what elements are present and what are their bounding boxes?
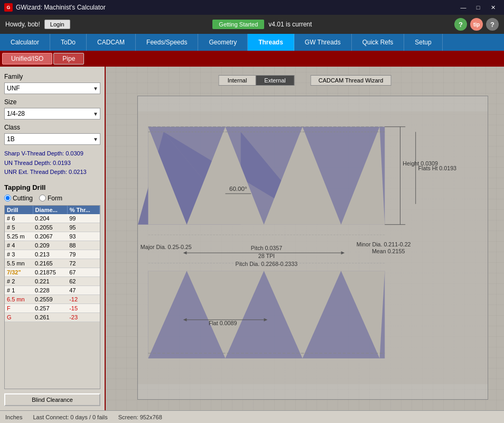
help-icon-green[interactable]: ? — [454, 18, 467, 31]
svg-text:28 TPI: 28 TPI — [258, 253, 275, 259]
drill-name: # 2 — [5, 277, 33, 286]
table-row[interactable]: G0.261-23 — [5, 312, 100, 321]
drill-name: G — [5, 312, 33, 321]
tab-threads[interactable]: Threads — [248, 34, 294, 51]
family-label: Family — [4, 73, 100, 80]
drill-pct: -12 — [67, 295, 99, 304]
internal-external-toggle: Internal External — [219, 75, 295, 86]
table-row[interactable]: # 40.20988 — [5, 241, 100, 250]
bottom-thread-profile — [148, 271, 385, 358]
external-button[interactable]: External — [256, 76, 294, 85]
drill-pct: 95 — [67, 223, 99, 232]
form-label: Form — [48, 195, 62, 202]
blind-clearance-button[interactable]: Blind Clearance — [4, 393, 100, 406]
drill-diam: 0.221 — [33, 277, 67, 286]
tapping-drill-title: Tapping Drill — [4, 183, 100, 191]
drill-diam: 0.261 — [33, 312, 67, 321]
drill-pct: -23 — [67, 312, 99, 321]
form-radio[interactable] — [39, 195, 46, 201]
thread-controls: Internal External CADCAM Thread Wizard — [219, 75, 391, 86]
size-dropdown[interactable]: 1/4-28 5/16-24 3/8-24 — [4, 108, 100, 119]
help-icon-gray[interactable]: ? — [486, 18, 499, 31]
cutting-label: Cutting — [13, 195, 33, 202]
title-bar-title: GWizard: Machinist's Calculator — [16, 4, 106, 11]
close-button[interactable]: ✕ — [486, 3, 500, 12]
cadcam-wizard-button[interactable]: CADCAM Thread Wizard — [311, 75, 391, 86]
family-dropdown-wrap: UNF UNC UNEF Metric ▼ — [4, 82, 100, 94]
title-bar-left: G GWizard: Machinist's Calculator — [4, 3, 106, 12]
thread-diagram: Height 0.0309 Flats Ht 0.0193 60.00° Pit… — [138, 96, 488, 399]
table-row[interactable]: # 10.22847 — [5, 286, 100, 295]
drill-name: # 6 — [5, 214, 33, 223]
table-row[interactable]: # 60.20499 — [5, 214, 100, 223]
tab-todo[interactable]: ToDo — [50, 34, 87, 51]
drill-pct: 79 — [67, 250, 99, 259]
tab-feeds-speeds[interactable]: Feeds/Speeds — [136, 34, 198, 51]
col-diam: Diame... — [33, 206, 67, 214]
tip-icon[interactable]: tip — [470, 18, 483, 31]
cutting-radio-label[interactable]: Cutting — [4, 195, 33, 202]
class-label: Class — [4, 124, 100, 131]
drill-diam: 0.209 — [33, 241, 67, 250]
class-dropdown-wrap: 1B 2B 3B 1A 2A 3A ▼ — [4, 133, 100, 145]
table-row[interactable]: # 20.22162 — [5, 277, 100, 286]
top-thread-profile — [148, 127, 385, 225]
cutting-radio[interactable] — [4, 195, 11, 201]
drill-pct: 93 — [67, 232, 99, 241]
menubar: Howdy, bob! Login Getting Started v4.01 … — [0, 15, 504, 34]
table-row[interactable]: 5.5 mn0.216572 — [5, 259, 100, 268]
drill-diam: 0.2067 — [33, 232, 67, 241]
drill-diam: 0.2165 — [33, 259, 67, 268]
svg-text:Pitch 0.0357: Pitch 0.0357 — [251, 245, 282, 251]
tab-gw-threads[interactable]: GW Threads — [294, 34, 352, 51]
table-row[interactable]: # 50.205595 — [5, 223, 100, 232]
tab-geometry[interactable]: Geometry — [198, 34, 248, 51]
tab-cadcam[interactable]: CADCAM — [87, 34, 136, 51]
unr-depth: UNR Ext. Thread Depth: 0.0213 — [4, 168, 100, 177]
title-bar: G GWizard: Machinist's Calculator — □ ✕ — [0, 0, 504, 15]
nav-tabs: Calculator ToDo CADCAM Feeds/Speeds Geom… — [0, 34, 504, 51]
drill-name: 5.25 m — [5, 232, 33, 241]
drill-name: # 5 — [5, 223, 33, 232]
col-drill: Drill — [5, 206, 33, 214]
family-dropdown[interactable]: UNF UNC UNEF Metric — [4, 82, 100, 94]
form-radio-label[interactable]: Form — [39, 195, 62, 202]
drill-diam: 0.257 — [33, 304, 67, 312]
subtab-unified-iso[interactable]: Unified/ISO — [2, 53, 52, 65]
internal-button[interactable]: Internal — [219, 76, 256, 85]
app-icon: G — [4, 3, 13, 12]
getting-started-button[interactable]: Getting Started — [212, 20, 264, 29]
login-button[interactable]: Login — [44, 20, 70, 29]
thread-info-block: Sharp V-Thread Depth: 0.0309 UN Thread D… — [4, 147, 100, 179]
svg-text:Flat 0.0089: Flat 0.0089 — [209, 320, 237, 326]
drill-table-wrap: Drill Diame... % Thr... # 60.20499# 50.2… — [4, 205, 100, 389]
drill-diam: 0.2055 — [33, 223, 67, 232]
table-row[interactable]: 6.5 mn0.2559-12 — [5, 295, 100, 304]
tab-quick-refs[interactable]: Quick Refs — [352, 34, 405, 51]
status-bar: Inches Last Connect: 0 days / 0 fails Sc… — [0, 410, 504, 423]
drill-name: 6.5 mn — [5, 295, 33, 304]
drill-pct: 47 — [67, 286, 99, 295]
drill-pct: -15 — [67, 304, 99, 312]
drill-diam: 0.21875 — [33, 268, 67, 277]
tab-calculator[interactable]: Calculator — [0, 34, 50, 51]
drill-pct: 67 — [67, 268, 99, 277]
subtab-pipe[interactable]: Pipe — [53, 53, 84, 65]
table-row[interactable]: 7/32"0.2187567 — [5, 268, 100, 277]
tab-setup[interactable]: Setup — [404, 34, 442, 51]
size-dropdown-wrap: 1/4-28 5/16-24 3/8-24 ▼ — [4, 108, 100, 119]
minimize-button[interactable]: — — [456, 3, 470, 12]
drill-diam: 0.2559 — [33, 295, 67, 304]
class-dropdown[interactable]: 1B 2B 3B 1A 2A 3A — [4, 133, 100, 145]
main-content: Family UNF UNC UNEF Metric ▼ Size 1/4-28… — [0, 67, 504, 410]
table-row[interactable]: # 30.21379 — [5, 250, 100, 259]
table-row[interactable]: 5.25 m0.206793 — [5, 232, 100, 241]
drill-pct: 88 — [67, 241, 99, 250]
svg-text:Major Dia. 0.25-0.25: Major Dia. 0.25-0.25 — [141, 244, 192, 250]
drill-pct: 62 — [67, 277, 99, 286]
maximize-button[interactable]: □ — [471, 3, 485, 12]
drill-pct: 99 — [67, 214, 99, 223]
drill-name: # 3 — [5, 250, 33, 259]
drill-pct: 72 — [67, 259, 99, 268]
table-row[interactable]: F0.257-15 — [5, 304, 100, 312]
